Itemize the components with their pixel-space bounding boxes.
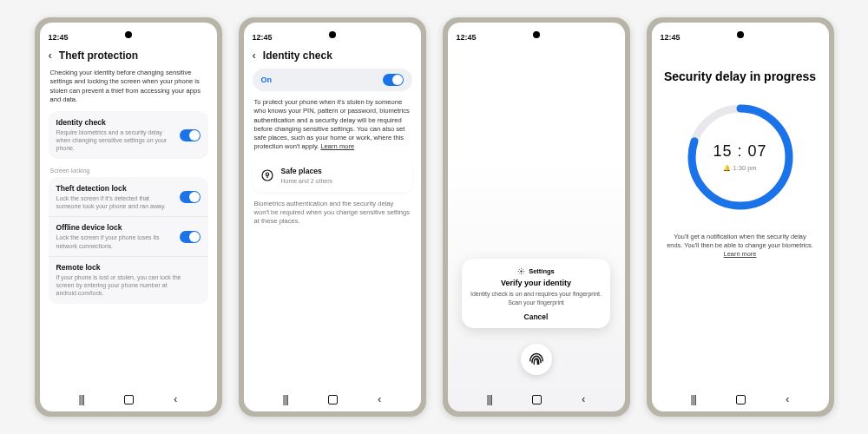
phone-frame-1: 12:45 ‹ Theft protection Checking your i… <box>35 17 222 417</box>
nav-home-icon[interactable] <box>124 395 134 404</box>
divider <box>49 256 208 257</box>
camera-cutout <box>329 31 336 38</box>
screen-4: 12:45 Security delay in progress 15 : 07… <box>652 23 829 411</box>
nav-back-icon[interactable]: ‹ <box>786 393 789 405</box>
safe-places-row[interactable]: Safe places Home and 2 others <box>253 159 412 193</box>
progress-ring: 15 : 07 🔔 1:30 pm <box>684 101 797 214</box>
theft-detection-sub: Lock the screen if it's detected that so… <box>56 194 174 210</box>
bell-icon: 🔔 <box>723 165 731 171</box>
dialog-title: Verify your identity <box>470 279 602 287</box>
safe-places-footnote: Biometrics authentication and the securi… <box>253 200 412 233</box>
camera-cutout <box>125 31 132 38</box>
offline-lock-title: Offline device lock <box>56 223 174 232</box>
identity-check-toggle[interactable] <box>180 129 201 141</box>
clock: 12:45 <box>661 33 681 42</box>
nav-bar: ||| ‹ <box>244 387 421 411</box>
fingerprint-sensor[interactable] <box>521 344 552 375</box>
page-title: Theft protection <box>59 49 138 62</box>
svg-point-1 <box>266 173 268 175</box>
content-area: Settings Verify your identity Identity c… <box>448 43 625 387</box>
identity-check-sub: Require biometrics and a security delay … <box>56 128 174 152</box>
content-area: Security delay in progress 15 : 07 🔔 1:3… <box>652 43 829 387</box>
on-label: On <box>261 76 273 84</box>
nav-home-icon[interactable] <box>736 395 746 404</box>
location-pin-icon <box>260 168 274 182</box>
identity-check-description: To protect your phone when it's stolen b… <box>253 98 412 159</box>
remote-lock-sub: If your phone is lost or stolen, you can… <box>56 273 201 297</box>
cancel-button[interactable]: Cancel <box>470 310 602 321</box>
nav-back-icon[interactable]: ‹ <box>378 393 381 405</box>
dialog-body: Identity check is on and requires your f… <box>470 290 602 306</box>
verify-identity-dialog: Settings Verify your identity Identity c… <box>462 259 610 328</box>
offline-lock-toggle[interactable] <box>180 231 201 243</box>
header: ‹ Identity check <box>253 43 412 69</box>
phone-frame-4: 12:45 Security delay in progress 15 : 07… <box>647 17 834 417</box>
theft-detection-title: Theft detection lock <box>56 184 174 193</box>
nav-back-icon[interactable]: ‹ <box>582 393 585 405</box>
nav-home-icon[interactable] <box>532 395 542 404</box>
delay-description: You'll get a notification when the secur… <box>662 233 819 260</box>
screen-3: 12:45 Settings Verify your identity Iden… <box>448 23 625 411</box>
clock: 12:45 <box>457 33 477 42</box>
page-title: Identity check <box>263 49 332 62</box>
learn-more-link[interactable]: Learn more <box>320 142 354 150</box>
safe-places-title: Safe places <box>281 167 404 175</box>
back-icon[interactable]: ‹ <box>49 49 52 62</box>
nav-recents-icon[interactable]: ||| <box>691 393 696 405</box>
offline-lock-row[interactable]: Offline device lock Lock the screen if y… <box>56 223 201 249</box>
clock: 12:45 <box>253 33 273 42</box>
nav-bar: ||| ‹ <box>40 387 217 411</box>
nav-home-icon[interactable] <box>328 395 338 404</box>
section-label-screen-locking: Screen locking <box>49 164 208 177</box>
screen-locking-card: Theft detection lock Lock the screen if … <box>49 177 208 304</box>
identity-check-card[interactable]: Identity check Require biometrics and a … <box>49 111 208 159</box>
end-time: 🔔 1:30 pm <box>723 164 756 172</box>
dialog-app-label: Settings <box>470 267 602 275</box>
identity-check-title: Identity check <box>56 118 174 127</box>
fingerprint-icon <box>527 350 546 369</box>
nav-back-icon[interactable]: ‹ <box>174 393 177 405</box>
camera-cutout <box>737 31 744 38</box>
remote-lock-row[interactable]: Remote lock If your phone is lost or sto… <box>56 263 201 297</box>
screen-2: 12:45 ‹ Identity check On To protect you… <box>244 23 421 411</box>
nav-bar: ||| ‹ <box>652 387 829 411</box>
remote-lock-title: Remote lock <box>56 263 201 272</box>
clock: 12:45 <box>49 33 69 42</box>
screen-1: 12:45 ‹ Theft protection Checking your i… <box>40 23 217 411</box>
nav-recents-icon[interactable]: ||| <box>283 393 288 405</box>
offline-lock-sub: Lock the screen if your phone loses its … <box>56 233 174 249</box>
nav-recents-icon[interactable]: ||| <box>79 393 84 405</box>
header: ‹ Theft protection <box>49 43 208 69</box>
page-title: Security delay in progress <box>664 69 816 85</box>
content-area: ‹ Identity check On To protect your phon… <box>244 43 421 387</box>
identity-check-master-toggle[interactable] <box>383 74 404 86</box>
theft-detection-toggle[interactable] <box>180 191 201 203</box>
camera-cutout <box>533 31 540 38</box>
safe-places-sub: Home and 2 others <box>281 177 404 185</box>
divider <box>49 216 208 217</box>
theft-detection-row[interactable]: Theft detection lock Lock the screen if … <box>56 184 201 210</box>
master-toggle-row[interactable]: On <box>253 69 412 91</box>
back-icon[interactable]: ‹ <box>253 49 256 62</box>
svg-point-2 <box>521 271 523 273</box>
content-area: ‹ Theft protection Checking your identit… <box>40 43 217 387</box>
nav-recents-icon[interactable]: ||| <box>487 393 492 405</box>
gear-icon <box>517 267 525 275</box>
page-description: Checking your identity before changing s… <box>49 69 208 111</box>
phone-frame-3: 12:45 Settings Verify your identity Iden… <box>443 17 630 417</box>
nav-bar: ||| ‹ <box>448 387 625 411</box>
phone-frame-2: 12:45 ‹ Identity check On To protect you… <box>239 17 426 417</box>
countdown-timer: 15 : 07 <box>713 142 766 161</box>
learn-more-link[interactable]: Learn more <box>724 250 757 258</box>
